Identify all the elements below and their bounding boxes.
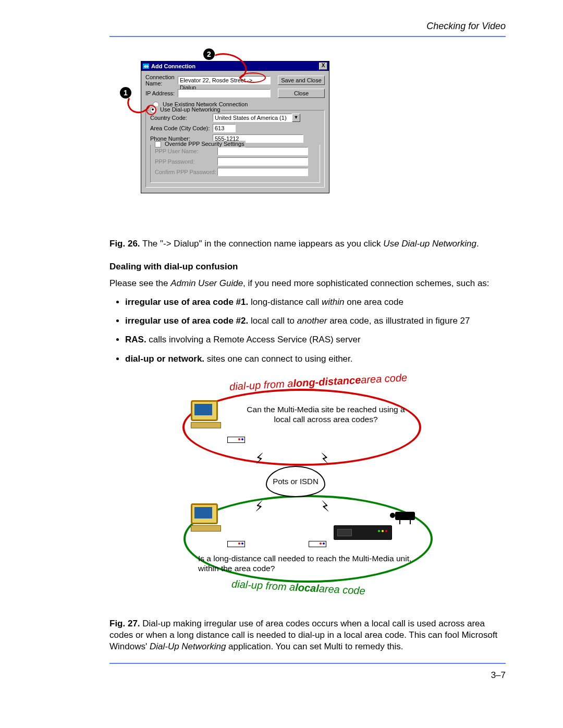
list-item: irregular use of area code #1. long-dist…	[125, 297, 506, 308]
computer-icon	[191, 400, 222, 427]
question-local-across-codes: Can the Multi-Media site be reached usin…	[245, 404, 407, 425]
modem-icon	[227, 541, 245, 547]
list-item: irregular use of area code #2. local cal…	[125, 315, 506, 327]
ppp-override-group: Override PPP Security Settings PPP User …	[150, 145, 320, 183]
save-and-close-button[interactable]: Save and Close	[278, 76, 325, 85]
radio-dial-up-networking[interactable]	[150, 107, 156, 113]
close-icon[interactable]: X	[319, 63, 327, 70]
label-radio-dun: Use Dial-up Networking	[160, 106, 221, 113]
callout-2-badge: 2	[203, 48, 215, 60]
footer-rule	[109, 663, 506, 664]
section-heading-dialup-confusion: Dealing with dial-up confusion	[109, 261, 506, 273]
bolt-icon: ⚡︎	[321, 450, 329, 468]
label-ppp-confirm: Confirm PPP Password:	[155, 169, 217, 175]
bolt-icon: ⚡︎	[255, 496, 263, 514]
label-area-code: Area Code (City Code):	[150, 125, 213, 131]
page-number: 3–7	[109, 668, 506, 681]
label-country-code: Country Code:	[150, 115, 213, 121]
ppp-pass-input	[217, 157, 308, 166]
dial-up-networking-group: Use Dial-up Networking Country Code: Uni…	[145, 110, 325, 188]
country-code-select[interactable]: United States of America (1)	[213, 114, 292, 122]
label-override-ppp: Override PPP Security Settings	[165, 141, 244, 147]
label-ip-address: IP Address:	[145, 90, 178, 96]
dialog-icon: ⇔	[143, 64, 149, 69]
figure-26: 1 2 ⇔ Add Connection X Connection Name: …	[115, 51, 506, 238]
bolt-icon: ⚡︎	[321, 496, 329, 514]
label-connection-name: Connection Name:	[145, 74, 178, 87]
list-item: RAS. calls involving a Remote Access Ser…	[125, 334, 506, 346]
label-ppp-user: PPP User Name:	[155, 148, 217, 154]
connection-name-input[interactable]: Elevator 22, Rosde Street -> Dialup	[178, 76, 271, 84]
ppp-user-input	[217, 147, 308, 155]
dialog-title: Add Connection	[151, 63, 195, 69]
running-head: Checking for Video	[109, 21, 506, 32]
list-item: dial-up or network. sites one can connec…	[125, 353, 506, 365]
callout-1-badge: 1	[120, 87, 131, 98]
header-rule	[109, 36, 506, 37]
ip-address-input[interactable]	[178, 89, 271, 97]
server-icon	[334, 525, 392, 540]
modem-icon	[309, 541, 326, 547]
section-intro: Please see the Admin User Guide, if you …	[109, 278, 506, 289]
figure-26-caption: Fig. 26. The "-> Dialup" in the connecti…	[109, 238, 506, 250]
checkbox-override-ppp[interactable]	[155, 141, 161, 147]
close-button[interactable]: Close	[278, 89, 325, 98]
cloud-pots-isdn: Pots or ISDN	[266, 466, 325, 497]
area-code-input[interactable]: 613	[213, 124, 236, 132]
camera-icon	[395, 512, 415, 520]
figure-27: dial-up from a long-distance area code C…	[177, 374, 438, 609]
bolt-icon: ⚡︎	[255, 450, 263, 468]
figure-27-caption: Fig. 27. Dial-up making irregular use of…	[109, 618, 506, 652]
label-ppp-pass: PPP Password:	[155, 158, 217, 165]
question-long-distance-within: Is a long-distance call needed to reach …	[198, 553, 412, 574]
modem-icon	[227, 437, 245, 443]
ppp-confirm-input	[217, 168, 308, 176]
bullet-list: irregular use of area code #1. long-dist…	[125, 297, 506, 364]
computer-icon	[191, 503, 222, 530]
dialog-titlebar: ⇔ Add Connection X	[141, 61, 329, 71]
add-connection-dialog: ⇔ Add Connection X Connection Name: Elev…	[141, 61, 329, 193]
chevron-down-icon[interactable]: ▼	[292, 114, 300, 122]
